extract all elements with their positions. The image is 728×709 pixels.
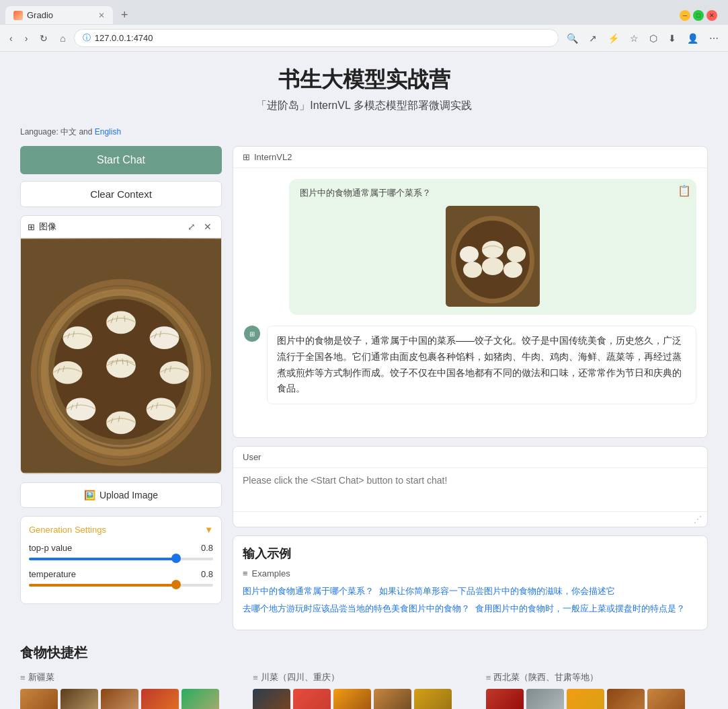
temperature-label-row: temperature 0.8 (29, 569, 213, 579)
sichuan-title: 川菜（四川、重庆） (253, 671, 475, 683)
northwest-thumb-5[interactable] (647, 689, 685, 709)
sichuan-thumb-3[interactable] (333, 689, 371, 709)
example-link-2[interactable]: 如果让你简单形容一下品尝图片中的食物的滋味，你会描述它 (379, 585, 615, 597)
account-icon[interactable]: 👤 (683, 30, 702, 46)
back-button[interactable]: ‹ (5, 30, 17, 46)
tab-title: Gradio (27, 10, 53, 20)
gallery-section-northwest: 西北菜（陕西、甘肃等地） (486, 671, 708, 709)
svg-point-43 (482, 258, 503, 275)
sichuan-thumb-2[interactable] (293, 689, 331, 709)
settings-collapse-icon[interactable]: ▼ (204, 525, 213, 535)
gallery-title: 食物快捷栏 (20, 644, 708, 662)
sichuan-thumb-1[interactable] (253, 689, 290, 709)
example-link-4[interactable]: 食用图片中的食物时，一般应上菜或摆盘时的特点是？ (475, 603, 685, 615)
left-panel: Start Chat Clear Context ⊞ 图像 ⤢ ✕ (20, 146, 222, 604)
svg-point-20 (147, 398, 176, 421)
right-panel: ⊞ InternVL2 图片中的食物通常属于哪个菜系？ (233, 146, 708, 630)
sichuan-label: 川菜（四川、重庆） (261, 671, 339, 683)
home-button[interactable]: ⌂ (56, 30, 69, 46)
sichuan-thumb-5[interactable] (414, 689, 452, 709)
xinjiang-thumb-1[interactable] (20, 689, 58, 709)
northwest-thumb-2[interactable] (526, 689, 564, 709)
xinjiang-thumb-5[interactable] (181, 689, 219, 709)
xinjiang-images (20, 689, 242, 709)
xinjiang-thumb-3[interactable] (101, 689, 138, 709)
top-p-value: 0.8 (201, 543, 213, 553)
bot-response: ⊞ 图片中的食物是饺子，通常属于中国的菜系——饺子文化。饺子是中国传统美食，历史… (244, 326, 696, 404)
temperature-slider-container (29, 583, 213, 587)
northwest-thumb-1[interactable] (486, 689, 524, 709)
upload-image-button[interactable]: 🖼️ Upload Image (20, 482, 222, 508)
temperature-slider-thumb[interactable] (171, 580, 181, 589)
minimize-button[interactable]: ─ (680, 10, 690, 21)
sichuan-images (253, 689, 475, 709)
svg-point-5 (106, 354, 136, 378)
northwest-thumb-3[interactable] (567, 689, 604, 709)
user-input-field[interactable] (233, 468, 707, 509)
active-tab[interactable]: Gradio ✕ (5, 6, 113, 24)
address-bar[interactable]: ⓘ 127.0.0.1:4740 (74, 29, 559, 47)
start-chat-button[interactable]: Start Chat (20, 146, 222, 174)
examples-section-title: 输入示例 (243, 546, 698, 562)
examples-list-icon: ≡ (243, 568, 248, 579)
reload-button[interactable]: ↻ (36, 30, 52, 46)
search-icon[interactable]: 🔍 (563, 30, 582, 46)
image-expand-btn[interactable]: ⤢ (185, 220, 198, 233)
maximize-button[interactable]: □ (693, 10, 704, 21)
top-p-slider-thumb[interactable] (171, 554, 181, 563)
user-question-text: 图片中的食物通常属于哪个菜系？ (300, 187, 686, 199)
svg-point-26 (67, 398, 96, 421)
svg-point-17 (160, 361, 190, 384)
toolbar-icons: 🔍 ↗ ⚡ ☆ ⬡ ⬇ 👤 ⋯ (563, 30, 723, 46)
temperature-setting: temperature 0.8 (29, 569, 213, 587)
resize-handle-icon: ⋰ (694, 515, 702, 524)
example-links-row1: 图片中的食物通常属于哪个菜系？ 如果让你简单形容一下品尝图片中的食物的滋味，你会… (243, 585, 698, 597)
bot-avatar: ⊞ (244, 326, 260, 342)
northwest-images (486, 689, 708, 709)
bot-avatar-icon: ⊞ (249, 330, 255, 338)
clear-context-button[interactable]: Clear Context (20, 181, 222, 207)
lightning-icon[interactable]: ⚡ (604, 30, 623, 46)
example-link-1[interactable]: 图片中的食物通常属于哪个菜系？ (243, 585, 374, 597)
temperature-slider-fill (29, 584, 176, 587)
user-uploaded-image (446, 206, 540, 307)
page-subtitle: 「进阶岛」InternVL 多模态模型部署微调实践 (20, 99, 708, 113)
forward-button[interactable]: › (21, 30, 32, 46)
settings-title: Generation Settings (29, 525, 106, 535)
food-gallery: 食物快捷栏 新疆菜 川 (20, 644, 708, 709)
download-icon[interactable]: ⬇ (664, 30, 680, 46)
image-close-btn[interactable]: ✕ (201, 220, 214, 233)
bookmark-icon[interactable]: ☆ (626, 30, 643, 46)
tab-close-btn[interactable]: ✕ (98, 11, 105, 20)
sichuan-thumb-4[interactable] (374, 689, 411, 709)
chat-grid-icon: ⊞ (243, 152, 250, 162)
xinjiang-thumb-2[interactable] (60, 689, 98, 709)
example-link-3[interactable]: 去哪个地方游玩时应该品尝当地的特色美食图片中的食物？ (243, 603, 470, 615)
settings-header: Generation Settings ▼ (29, 525, 213, 535)
share-icon[interactable]: ↗ (585, 30, 601, 46)
image-panel-header-left: ⊞ 图像 (28, 221, 56, 233)
user-input-header: User (233, 447, 707, 468)
url-text: 127.0.0.1:4740 (95, 33, 153, 43)
northwest-thumb-4[interactable] (607, 689, 645, 709)
extensions-icon[interactable]: ⬡ (645, 30, 661, 46)
xinjiang-thumb-4[interactable] (141, 689, 179, 709)
menu-icon[interactable]: ⋯ (705, 30, 723, 46)
examples-header-label: Examples (252, 568, 290, 579)
top-p-slider-fill (29, 558, 176, 560)
new-tab-button[interactable]: + (116, 5, 134, 25)
svg-point-44 (503, 262, 522, 278)
dumpling-svg (21, 238, 221, 474)
svg-point-29 (53, 361, 83, 384)
top-p-label-row: top-p value 0.8 (29, 543, 213, 553)
upload-icon: 🖼️ (84, 490, 95, 500)
close-button[interactable]: ✕ (706, 10, 717, 21)
temperature-label: temperature (29, 569, 76, 579)
northwest-title: 西北菜（陕西、甘肃等地） (486, 671, 708, 683)
language-link[interactable]: English (95, 127, 121, 137)
chat-dumpling-svg (446, 206, 540, 307)
copy-button[interactable]: 📋 (678, 184, 691, 197)
temperature-slider-track (29, 584, 213, 587)
window-controls: ─ □ ✕ (680, 10, 723, 21)
chat-header-label: InternVL2 (254, 152, 292, 162)
